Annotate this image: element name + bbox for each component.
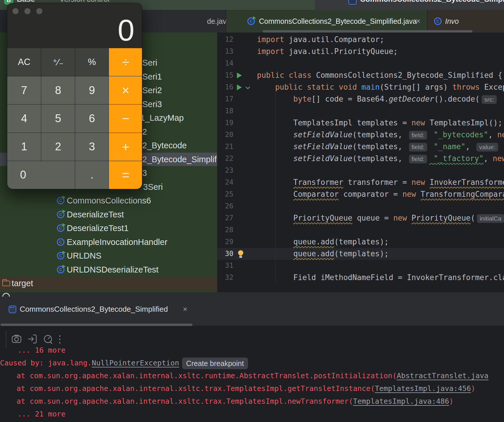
debug-session-tab[interactable]: CommonsCollections2_Bytecode_Simplified — [20, 302, 168, 316]
calc-button-7[interactable]: 7 — [7, 76, 41, 104]
calc-button-5[interactable]: 5 — [41, 104, 75, 132]
calc-button-×[interactable]: × — [109, 76, 142, 104]
ide-window: B Base Version control CommonsCollection… — [0, 0, 504, 422]
calc-button-6[interactable]: 6 — [75, 104, 109, 132]
tab-close-icon[interactable]: × — [416, 10, 420, 33]
editor-line-15: 15public class CommonsCollections2_Bytec… — [217, 69, 504, 81]
tree-item-label: DeserializeTest — [67, 208, 124, 221]
editor-hscrollbar[interactable] — [263, 30, 472, 33]
calculator-keypad: AC⁺⁄₋%÷789×456−123+0.= — [7, 48, 142, 189]
debug-hscrollbar[interactable] — [1, 324, 192, 326]
editor-line-17: 17 byte[] code = Base64.getDecoder().dec… — [217, 93, 504, 105]
stacktrace-link[interactable]: TemplatesImpl.java:486 — [353, 397, 449, 405]
tree-item-label: Seri1 — [142, 70, 162, 83]
calc-button-1[interactable]: 1 — [7, 133, 41, 161]
code-editor[interactable]: 12import java.util.Comparator;13import j… — [217, 33, 504, 292]
code-text: import java.util.PriorityQueue; — [257, 46, 398, 57]
calc-button-AC[interactable]: AC — [7, 48, 41, 76]
console-text: Caused by: java.lang. — [0, 359, 92, 367]
stacktrace-link[interactable]: NullPointerException — [92, 359, 179, 367]
tree-item-urldnsdeserializetest[interactable]: CURLDNSDeserializeTest — [0, 263, 217, 276]
debug-tab-close-icon[interactable]: × — [183, 302, 187, 316]
tree-item-target[interactable]: target — [0, 277, 217, 290]
calc-button-−[interactable]: − — [109, 104, 142, 132]
calc-button-0[interactable]: 0 — [7, 161, 75, 189]
tab-label: CommonsCollections2_Bytecode_Simplified.… — [259, 10, 417, 33]
calc-button-8[interactable]: 8 — [41, 76, 75, 104]
line-number: 19 — [217, 117, 233, 129]
minimize-window-icon[interactable] — [24, 8, 30, 14]
tab-bytecode-simplified-java[interactable]: C CommonsCollections2_Bytecode_Simplifie… — [226, 10, 427, 33]
zoom-window-icon[interactable] — [36, 8, 42, 14]
line-number: 24 — [217, 176, 233, 188]
line-number: 15 — [217, 69, 233, 81]
calc-button-3[interactable]: 3 — [75, 133, 109, 161]
calculator-window[interactable]: 0 AC⁺⁄₋%÷789×456−123+0.= — [7, 3, 142, 189]
code-text: queue.add(templates); — [257, 236, 389, 248]
tree-item-label: target — [12, 277, 33, 290]
editor-line-30: 30 queue.add(templates); — [217, 248, 504, 260]
editor-line-13: 13import java.util.PriorityQueue; — [217, 46, 504, 57]
tree-item-label: 3Seri — [143, 180, 163, 194]
run-line-icon[interactable] — [237, 73, 242, 78]
editor-line-27: 27 PriorityQueue queue = new PriorityQue… — [217, 212, 504, 224]
editor-line-28: 28 — [217, 224, 504, 236]
calc-button-.[interactable]: . — [75, 161, 109, 189]
editor-line-20: 20 setFieldValue(templates, field: "_byt… — [217, 129, 504, 141]
tab-decompiled-class[interactable]: C Invo — [428, 10, 504, 33]
editor-line-25: 25 Comparator comparator = new Transform… — [217, 188, 504, 200]
tree-item-exampleinvocationhandler[interactable]: CExampleInvocationHandler — [0, 235, 217, 249]
tree-item-label: CommonsCollections6 — [67, 194, 151, 207]
code-text: Comparator comparator = new Transforming… — [257, 188, 504, 200]
tree-item-commonscollections6[interactable]: CCommonsCollections6 — [0, 194, 217, 207]
tab-bytecode-java[interactable]: de.java — [142, 10, 226, 33]
line-number: 31 — [217, 260, 233, 272]
calc-button-2[interactable]: 2 — [41, 133, 75, 161]
tree-item-urldns[interactable]: CURLDNS — [0, 249, 217, 262]
tree-item-deserializetest[interactable]: CDeserializeTest — [0, 208, 217, 221]
editor-line-21: 21 setFieldValue(templates, field: "_nam… — [217, 141, 504, 153]
calc-button-9[interactable]: 9 — [75, 76, 109, 104]
editor-line-26: 26 — [217, 200, 504, 212]
tree-item-label: 2 — [142, 125, 147, 138]
clipped-icon-fragment — [2, 293, 10, 297]
calc-button-4[interactable]: 4 — [7, 104, 41, 132]
line-number: 12 — [217, 34, 233, 46]
editor-line-12: 12import java.util.Comparator; — [217, 34, 504, 46]
run-line-icon[interactable] — [237, 84, 242, 90]
debug-panel-header: CommonsCollections2_Bytecode_Simplified … — [0, 292, 504, 326]
line-number: 13 — [217, 46, 233, 57]
run-overlay-icon — [62, 265, 66, 268]
line-number: 32 — [217, 272, 233, 284]
tree-item-label: URLDNSDeserializeTest — [67, 263, 159, 276]
calc-button-=[interactable]: = — [109, 161, 142, 189]
tree-item-label: Seri — [142, 56, 157, 69]
tree-item-label: 3 — [142, 166, 147, 180]
intention-bulb-icon[interactable] — [238, 250, 243, 255]
chevron-down-icon[interactable] — [246, 85, 250, 89]
editor-line-23: 23 — [217, 165, 504, 176]
code-text: public class CommonsCollections2_Bytecod… — [257, 69, 502, 81]
stacktrace-link[interactable]: AbstractTranslet.java — [397, 371, 488, 380]
code-text: Field iMethodNameField = InvokerTransfor… — [257, 272, 504, 284]
code-text: setFieldValue(templates, field: "_tfacto… — [257, 153, 504, 165]
console-line: Caused by: java.lang.NullPointerExceptio… — [0, 357, 248, 369]
console-line: ... 21 more — [17, 408, 66, 421]
close-window-icon[interactable] — [12, 8, 19, 14]
tree-item-label: DeserializeTest1 — [67, 221, 129, 235]
editor-line-32: 32 Field iMethodNameField = InvokerTrans… — [217, 272, 504, 284]
calc-button-%[interactable]: % — [75, 48, 109, 76]
editor-line-18: 18 — [217, 105, 504, 117]
debug-console[interactable]: ... 16 moreCaused by: java.lang.NullPoin… — [0, 340, 504, 422]
calc-button-+[interactable]: + — [109, 133, 142, 161]
create-breakpoint-button[interactable]: Create breakpoint — [182, 358, 248, 369]
tree-item-deserializetest1[interactable]: CDeserializeTest1 — [0, 221, 217, 235]
code-text: byte[] code = Base64.getDecoder().decode… — [257, 93, 504, 105]
stacktrace-link[interactable]: TemplatesImpl.java:456 — [375, 384, 471, 393]
run-config-selector[interactable]: CommonsCollections2_Bytecode_Simpl — [360, 0, 504, 3]
calc-button-÷[interactable]: ÷ — [109, 48, 142, 76]
calculator-display: 0 — [18, 14, 134, 46]
calc-button-⁺⁄₋[interactable]: ⁺⁄₋ — [41, 48, 75, 76]
tab-separator — [226, 10, 226, 33]
class-icon: C — [57, 224, 64, 232]
